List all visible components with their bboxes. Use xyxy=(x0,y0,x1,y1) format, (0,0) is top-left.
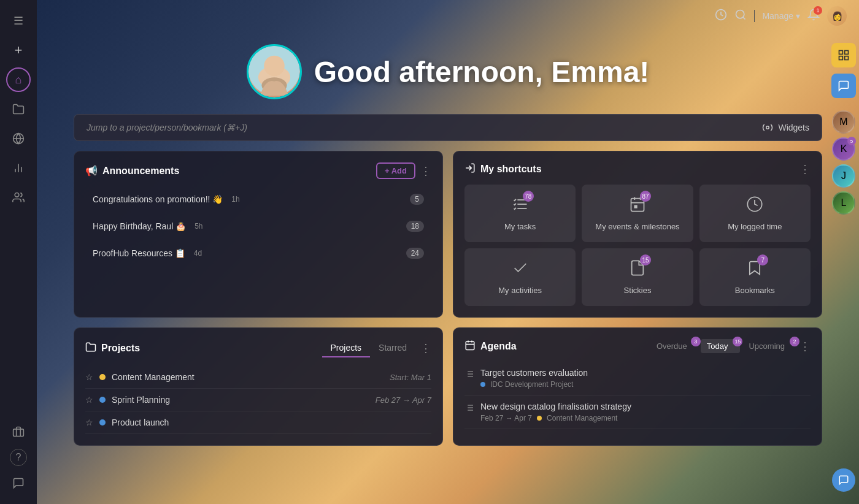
right-avatar-2-badge: 5 xyxy=(847,137,856,145)
content-area: Jump to a project/person/bookmark (⌘+J) … xyxy=(37,114,859,446)
project-star-3[interactable]: ☆ xyxy=(85,418,93,427)
agenda-item-1-meta: IDC Development Project xyxy=(480,380,588,389)
agenda-item-1-title: Target customers evaluation xyxy=(480,368,588,378)
stickies-badge: 15 xyxy=(640,254,651,265)
project-star-1[interactable]: ☆ xyxy=(85,372,93,382)
sidebar-home-icon[interactable]: ⌂ xyxy=(6,67,31,92)
shortcut-my-tasks[interactable]: 78 My tasks xyxy=(464,185,576,242)
search-icon[interactable] xyxy=(734,9,747,24)
stickies-label: Stickies xyxy=(624,286,652,295)
sidebar-projects-icon[interactable] xyxy=(6,97,31,121)
right-avatar-3[interactable]: J xyxy=(832,164,855,188)
agenda-more-button[interactable]: ⋮ xyxy=(799,340,811,353)
notification-badge: 1 xyxy=(814,6,822,15)
shortcut-bookmarks[interactable]: 7 Bookmarks xyxy=(699,248,811,306)
my-activities-icon xyxy=(512,259,529,281)
topbar-divider xyxy=(754,10,755,22)
svg-point-5 xyxy=(15,193,19,197)
projects-header: Projects Projects Starred ⋮ xyxy=(85,339,431,357)
shortcut-my-events[interactable]: 87 My events & milestones xyxy=(582,185,693,242)
agenda-icon xyxy=(464,340,476,353)
sidebar-menu-icon[interactable]: ☰ xyxy=(6,9,31,33)
announcements-title: 📢 Announcements xyxy=(85,165,179,177)
sidebar-add-icon[interactable]: + xyxy=(6,38,31,63)
svg-point-15 xyxy=(766,126,769,129)
agenda-tab-today[interactable]: Today 15 xyxy=(701,339,741,353)
widgets-button[interactable]: Widgets xyxy=(762,122,809,133)
announcements-card: 📢 Announcements + Add ⋮ Congratulations … xyxy=(74,151,443,318)
shortcuts-title: My shortcuts xyxy=(464,162,542,176)
agenda-item-2-project: Content Management xyxy=(547,414,617,422)
svg-rect-26 xyxy=(466,342,474,350)
right-panel-blue-card[interactable] xyxy=(831,74,856,98)
agenda-item-1-icon xyxy=(464,369,474,381)
project-item-2[interactable]: ☆ Sprint Planning Feb 27 → Apr 7 xyxy=(85,389,431,411)
my-tasks-label: My tasks xyxy=(504,222,536,231)
agenda-tab-upcoming[interactable]: Upcoming 2 xyxy=(742,339,797,353)
agenda-item-1-dot xyxy=(480,382,485,387)
agenda-item-1-project: IDC Development Project xyxy=(490,380,573,389)
project-item-1[interactable]: ☆ Content Management Start: Mar 1 xyxy=(85,366,431,389)
shortcuts-grid: 78 My tasks 87 My events & milestones xyxy=(464,185,811,306)
announcements-more-button[interactable]: ⋮ xyxy=(420,164,431,178)
chat-button[interactable] xyxy=(832,468,855,492)
shortcuts-header: My shortcuts ⋮ xyxy=(464,162,811,176)
announcements-add-button[interactable]: + Add xyxy=(376,162,415,179)
project-date-2: Feb 27 → Apr 7 xyxy=(376,395,431,405)
sidebar: ☰ + ⌂ ? xyxy=(0,0,37,504)
project-dot-2 xyxy=(99,397,106,403)
hero-greeting: Good afternoon, Emma! xyxy=(314,55,650,89)
agenda-upcoming-badge: 2 xyxy=(790,337,799,346)
bottom-widgets-row: Projects Projects Starred ⋮ ☆ Cont xyxy=(74,327,822,446)
agenda-item-1[interactable]: Target customers evaluation IDC Developm… xyxy=(464,362,811,395)
right-panel-yellow-card[interactable] xyxy=(831,43,856,67)
announcement-item-2[interactable]: Happy Birthday, Raul 🎂 5h 18 xyxy=(85,215,431,238)
projects-card: Projects Projects Starred ⋮ ☆ Cont xyxy=(74,327,443,446)
shortcuts-more-button[interactable]: ⋮ xyxy=(799,162,811,176)
topbar: Manage ▾ 1 👩 xyxy=(37,0,859,32)
notification-button[interactable]: 1 xyxy=(807,9,820,24)
agenda-tabs: Overdue 3 Today 15 Upcoming 2 ⋮ xyxy=(650,339,811,353)
stickies-icon: 15 xyxy=(629,259,646,281)
agenda-card: Agenda Overdue 3 Today 15 Upcoming xyxy=(453,327,822,446)
my-events-icon: 87 xyxy=(629,196,646,217)
agenda-item-2-meta: Feb 27 → Apr 7 Content Management xyxy=(480,414,631,422)
search-bar[interactable]: Jump to a project/person/bookmark (⌘+J) … xyxy=(74,114,822,141)
right-avatar-2[interactable]: K 5 xyxy=(832,137,855,161)
projects-more-button[interactable]: ⋮ xyxy=(420,342,431,355)
projects-title: Projects xyxy=(85,342,140,355)
projects-tab-projects[interactable]: Projects xyxy=(322,339,371,357)
agenda-item-2-content: New design catalog finalisation strategy… xyxy=(480,402,631,422)
shortcut-my-logged-time[interactable]: My logged time xyxy=(699,185,811,242)
sidebar-keyboard-icon[interactable] xyxy=(6,419,31,444)
bookmarks-icon: 7 xyxy=(746,259,763,281)
announcement-item-1[interactable]: Congratulations on promotion!! 👋 1h 5 xyxy=(85,188,431,211)
agenda-tab-overdue[interactable]: Overdue 3 xyxy=(650,339,698,353)
agenda-item-2-title: New design catalog finalisation strategy xyxy=(480,402,631,411)
announcement-item-3[interactable]: ProofHub Resources 📋 4d 24 xyxy=(85,242,431,265)
history-icon[interactable] xyxy=(715,9,727,24)
announcement-text-2: Happy Birthday, Raul 🎂 5h xyxy=(93,221,203,231)
sidebar-reports-icon[interactable] xyxy=(6,156,31,180)
project-star-2[interactable]: ☆ xyxy=(85,395,93,405)
right-avatar-1[interactable]: M xyxy=(832,110,855,134)
right-avatar-4[interactable]: L xyxy=(832,191,855,215)
projects-tab-starred[interactable]: Starred xyxy=(370,339,415,357)
topbar-icons: Manage ▾ 1 👩 xyxy=(715,6,847,26)
projects-icon xyxy=(85,342,96,355)
svg-rect-6 xyxy=(13,429,24,437)
svg-rect-43 xyxy=(845,51,849,55)
agenda-item-2[interactable]: New design catalog finalisation strategy… xyxy=(464,395,811,429)
project-dot-3 xyxy=(99,419,106,426)
svg-rect-42 xyxy=(839,51,843,55)
sidebar-chat-icon[interactable] xyxy=(6,471,31,495)
hero-avatar xyxy=(247,44,302,99)
sidebar-people-icon[interactable] xyxy=(6,185,31,210)
project-item-3[interactable]: ☆ Product launch xyxy=(85,411,431,434)
my-logged-time-icon xyxy=(746,196,763,217)
shortcut-my-activities[interactable]: My activities xyxy=(464,248,576,306)
sidebar-help-icon[interactable]: ? xyxy=(10,449,27,466)
sidebar-network-icon[interactable] xyxy=(6,126,31,151)
manage-button[interactable]: Manage ▾ xyxy=(762,11,800,21)
shortcut-stickies[interactable]: 15 Stickies xyxy=(582,248,693,306)
